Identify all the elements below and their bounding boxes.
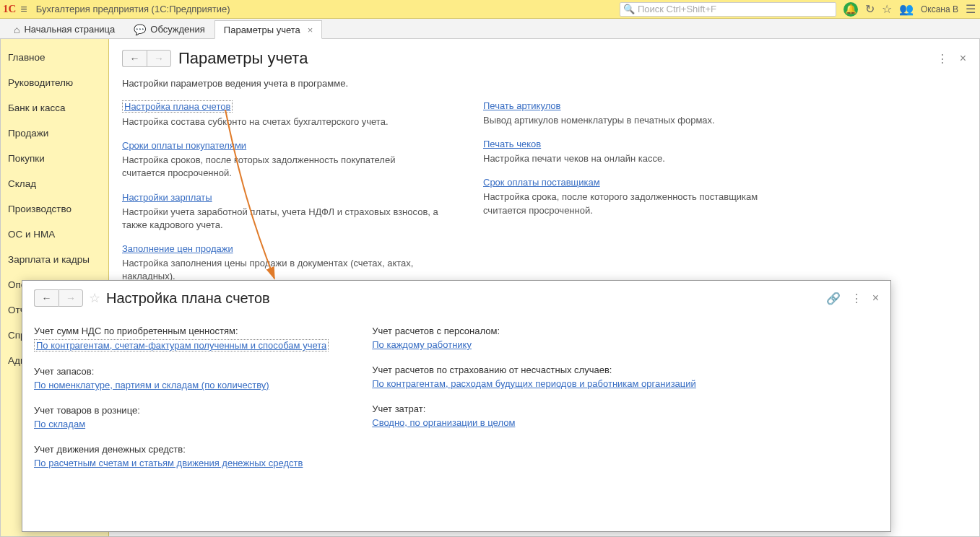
back-button[interactable]: ← xyxy=(122,50,147,67)
sidebar-item-sales[interactable]: Продажи xyxy=(1,121,108,146)
link-costs[interactable]: Сводно, по организации в целом xyxy=(372,417,515,428)
label-insurance: Учет расчетов по страхованию от несчастн… xyxy=(372,364,696,375)
desc-supplier-payment-terms: Настройка срока, после которого задолжен… xyxy=(483,191,801,217)
label-cashflow: Учет движения денежных средств: xyxy=(34,444,329,455)
link-personnel[interactable]: По каждому работнику xyxy=(372,339,472,350)
link-cashflow[interactable]: По расчетным счетам и статьям движения д… xyxy=(34,458,303,468)
tab-active-label: Параметры учета xyxy=(224,25,300,35)
modal-forward-button[interactable]: → xyxy=(58,289,83,307)
search-placeholder: Поиск Ctrl+Shift+F xyxy=(638,4,716,14)
page-header: ← → Параметры учета ⋮ × xyxy=(122,49,966,68)
user-icon[interactable]: 👥 xyxy=(899,2,914,16)
tab-accounting-params[interactable]: Параметры учета × xyxy=(214,20,323,39)
link-customer-payment-terms[interactable]: Сроки оплаты покупателями xyxy=(122,140,246,151)
label-inventory: Учет запасов: xyxy=(34,366,329,377)
tabstrip: ⌂ Начальная страница 💬 Обсуждения Параме… xyxy=(0,19,980,39)
sidebar-item-manager[interactable]: Руководителю xyxy=(1,70,108,95)
modal-header: ← → ☆ Настройка плана счетов 🔗 ⋮ × xyxy=(34,289,879,307)
link-inventory[interactable]: По номенклатуре, партиям и складам (по к… xyxy=(34,380,269,390)
link-print-sku[interactable]: Печать артикулов xyxy=(483,100,561,111)
logo-1c: 1C xyxy=(3,3,16,15)
home-icon: ⌂ xyxy=(14,24,19,35)
left-column: Настройка плана счетов Настройка состава… xyxy=(122,99,440,293)
desc-print-sku: Вывод артикулов номенклатуры в печатных … xyxy=(483,114,801,127)
desc-salary-settings: Настройки учета заработной платы, учета … xyxy=(122,206,440,232)
label-personnel: Учет расчетов с персоналом: xyxy=(372,326,696,336)
label-retail: Учет товаров в рознице: xyxy=(34,405,329,416)
tab-home[interactable]: ⌂ Начальная страница xyxy=(4,19,124,38)
sidebar-item-salary[interactable]: Зарплата и кадры xyxy=(1,247,108,272)
modal-right-column: Учет расчетов с персоналом: По каждому р… xyxy=(372,326,696,483)
desc-sales-prices-fill: Настройка заполнения цены продажи в доку… xyxy=(122,257,440,283)
desc-print-receipts: Настройка печати чеков на онлайн кассе. xyxy=(483,152,801,165)
sidebar-item-warehouse[interactable]: Склад xyxy=(1,171,108,196)
modal-left-column: Учет сумм НДС по приобретенным ценностям… xyxy=(34,326,329,483)
modal-columns: Учет сумм НДС по приобретенным ценностям… xyxy=(34,326,879,483)
label-costs: Учет затрат: xyxy=(372,403,696,414)
search-icon: 🔍 xyxy=(623,4,635,14)
search-input[interactable]: 🔍 Поиск Ctrl+Shift+F xyxy=(620,2,836,17)
label-vat: Учет сумм НДС по приобретенным ценностям… xyxy=(34,326,329,336)
link-retail[interactable]: По складам xyxy=(34,419,85,429)
more-icon[interactable]: ⋮ xyxy=(937,52,948,66)
menu-icon[interactable]: ≡ xyxy=(20,3,27,16)
close-page-icon[interactable]: × xyxy=(960,52,966,66)
link-supplier-payment-terms[interactable]: Срок оплаты поставщикам xyxy=(483,177,600,188)
link-chart-of-accounts[interactable]: Настройка плана счетов xyxy=(122,100,233,113)
forward-button[interactable]: → xyxy=(147,50,171,67)
page-title: Параметры учета xyxy=(178,49,308,68)
nav-buttons: ← → xyxy=(122,50,171,67)
modal-title: Настройка плана счетов xyxy=(106,290,270,307)
tab-discuss-label: Обсуждения xyxy=(150,24,205,35)
titlebar: 1C ≡ Бухгалтерия предприятия (1С:Предпри… xyxy=(0,0,980,19)
tab-discuss[interactable]: 💬 Обсуждения xyxy=(124,19,214,38)
modal-header-actions: 🔗 ⋮ × xyxy=(826,292,879,305)
desc-chart-of-accounts: Настройка состава субконто на счетах бух… xyxy=(122,115,440,128)
sidebar-item-production[interactable]: Производство xyxy=(1,196,108,222)
link-insurance[interactable]: По контрагентам, расходам будущих период… xyxy=(372,378,696,389)
sidebar-item-fixed-assets[interactable]: ОС и НМА xyxy=(1,222,108,247)
sidebar-item-bank[interactable]: Банк и касса xyxy=(1,95,108,121)
settings-columns: Настройка плана счетов Настройка состава… xyxy=(122,99,966,293)
star-icon[interactable]: ☆ xyxy=(882,2,892,16)
page-header-actions: ⋮ × xyxy=(937,52,966,66)
page-description: Настройки параметров ведения учета в про… xyxy=(122,78,966,89)
link-salary-settings[interactable]: Настройки зарплаты xyxy=(122,192,212,203)
bell-icon[interactable]: 🔔 xyxy=(844,2,858,17)
app-title: Бухгалтерия предприятия (1С:Предприятие) xyxy=(36,4,230,14)
link-print-receipts[interactable]: Печать чеков xyxy=(483,139,541,149)
modal-chart-of-accounts: ← → ☆ Настройка плана счетов 🔗 ⋮ × Учет … xyxy=(22,280,891,532)
sidebar-item-main[interactable]: Главное xyxy=(1,45,108,70)
desc-customer-payment-terms: Настройка сроков, после которых задолжен… xyxy=(122,154,440,180)
modal-close-icon[interactable]: × xyxy=(872,292,879,305)
history-icon[interactable]: ↻ xyxy=(865,2,875,16)
right-column: Печать артикулов Вывод артикулов номенкл… xyxy=(483,99,801,293)
link-sales-prices-fill[interactable]: Заполнение цен продажи xyxy=(122,243,233,254)
link-icon[interactable]: 🔗 xyxy=(826,292,841,305)
titlebar-icons: 🔔 ↻ ☆ 👥 Оксана В ☰ xyxy=(844,2,976,17)
sidebar-item-purchases[interactable]: Покупки xyxy=(1,146,108,171)
modal-back-button[interactable]: ← xyxy=(34,289,58,307)
favorite-icon[interactable]: ☆ xyxy=(89,290,100,306)
user-name[interactable]: Оксана В xyxy=(921,4,958,14)
modal-more-icon[interactable]: ⋮ xyxy=(851,292,862,305)
settings-icon[interactable]: ☰ xyxy=(966,2,976,16)
close-icon[interactable]: × xyxy=(308,25,313,35)
link-vat[interactable]: По контрагентам, счетам-фактурам получен… xyxy=(34,339,329,352)
modal-nav-buttons: ← → xyxy=(34,289,83,307)
chat-icon: 💬 xyxy=(134,24,146,35)
tab-home-label: Начальная страница xyxy=(24,24,115,35)
